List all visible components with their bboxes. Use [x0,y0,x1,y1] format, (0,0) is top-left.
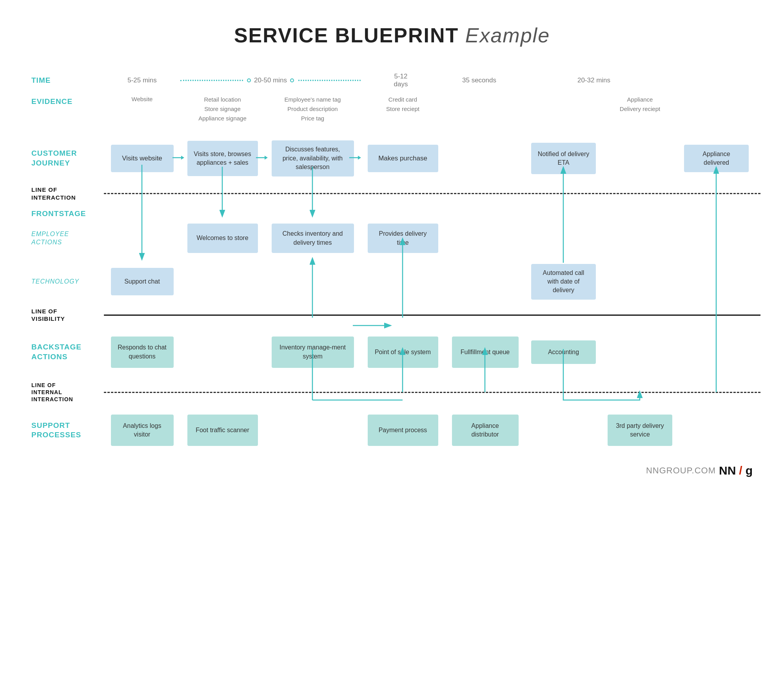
line-of-interaction [104,193,760,194]
arrow-cj-2 [256,154,268,162]
card-discusses: Discusses features, price, availability,… [272,140,354,176]
card-support-chat: Support chat [111,268,174,295]
card-provides-delivery: Provides delivery time [368,224,438,253]
sp-col2: Foot traffic scanner [180,413,265,448]
line-internal-label: LINE OFINTERNALINTERACTION [31,382,73,402]
customer-journey-label: CUSTOMERJOURNEY [31,149,77,167]
evidence-cell-4: Credit cardStore reciept [361,95,445,114]
cj-col2: Visits store, browses appliances + sales [180,139,265,178]
card-makes-purchase: Makes purchase [368,145,438,172]
support-processes-label: SUPPORTPROCESSES [31,421,81,439]
evidence-cell-1: Website [104,95,180,104]
time-cell-5: 20-32 mins [517,76,670,84]
tech-col1: Support chat [104,266,180,297]
cj-col3: Discusses features, price, availability,… [265,138,361,178]
card-visits-website: Visits website [111,145,174,172]
bs-col6: Accounting [525,338,602,366]
sp-col4: Payment process [361,413,445,448]
time-cell-3: 5-12days [361,73,441,88]
card-analytics: Analytics logs visitor [111,415,174,446]
ea-col3: Checks inventory and delivery times [265,222,361,255]
bs-col3: Inventory manage-ment system [265,335,361,370]
tech-col6: Automated call with date of delivery [525,262,602,302]
page-wrapper: SERVICE BLUEPRINT Example TIME 5-25 mins… [0,0,784,489]
line-visibility-label: LINE OFVISIBILITY [31,308,65,322]
blueprint-container: TIME 5-25 mins 20-50 mins 5-12days 35 [31,71,760,450]
card-3rd-party: 3rd party delivery service [608,415,672,446]
evidence-cell-7: ApplianceDelivery reciept [602,95,678,114]
cj-col1: Visits website [104,143,180,174]
evidence-cell-2: Retail locationStore signageAppliance si… [180,95,265,123]
card-point-of-sale: Point of sale system [368,336,438,368]
line-of-visibility [104,315,760,316]
cj-col8: Appliance delivered [678,143,755,174]
evidence-cell-3: Employee's name tagProduct descriptionPr… [265,95,361,123]
card-payment-process: Payment process [368,415,438,446]
sp-col7: 3rd party delivery service [602,413,678,448]
technology-label: TECHNOLOGY [31,278,79,285]
time-cell-4: 35 seconds [441,76,517,84]
sp-col5: Appliance distributor [445,413,525,448]
card-delivered: Appliance delivered [684,145,749,172]
time-cell-2: 20-50 mins [254,76,287,84]
card-accounting: Accounting [531,340,596,364]
time-label: TIME [31,76,51,84]
svg-marker-5 [358,156,361,160]
page-title: SERVICE BLUEPRINT Example [31,24,753,47]
card-notified: Notified of delivery ETA [531,143,596,174]
card-welcomes: Welcomes to store [187,224,258,253]
card-checks-inventory: Checks inventory and delivery times [272,224,354,253]
logo-site-text: NNGROUP.COM [646,466,716,476]
logo-slash: / [739,464,742,477]
frontstage-label: FRONTSTAGE [31,209,86,218]
logo-g: g [746,464,753,477]
title-italic: Example [465,24,550,47]
bs-col5: Fullfillment queue [445,335,525,370]
card-fulfillment: Fullfillment queue [452,336,519,368]
ea-col2: Welcomes to store [180,222,265,255]
employee-actions-label: EMPLOYEEACTIONS [31,231,69,246]
arrow-cj-3 [349,154,361,162]
card-appliance-dist: Appliance distributor [452,415,519,446]
svg-marker-3 [265,156,268,160]
card-visits-store: Visits store, browses appliances + sales [187,141,258,176]
arrow-cj-1 [172,154,184,162]
bs-col4: Point of sale system [361,335,445,370]
card-automated-call: Automated call with date of delivery [531,264,596,300]
evidence-label: EVIDENCE [31,97,73,105]
card-responds-chat: Responds to chat questions [111,336,174,368]
cj-col6: Notified of delivery ETA [525,141,602,176]
logo-nn: NN [719,464,736,477]
bs-col1: Responds to chat questions [104,335,180,370]
sp-col1: Analytics logs visitor [104,413,180,448]
cj-col7-gap [602,156,678,160]
svg-marker-1 [181,156,184,160]
backstage-label: BACKSTAGEACTIONS [31,343,82,361]
card-inventory-mgmt: Inventory manage-ment system [272,336,354,368]
time-cell-1: 5-25 mins [104,76,180,84]
ea-col4: Provides delivery time [361,222,445,255]
line-of-internal-interaction [104,392,760,393]
cj-col4: Makes purchase [361,143,445,174]
logo-area: NNGROUP.COM NN / g [646,464,753,477]
title-bold: SERVICE BLUEPRINT [234,24,459,47]
line-interaction-label: LINE OFINTERACTION [31,186,76,201]
card-foot-traffic: Foot traffic scanner [187,415,258,446]
